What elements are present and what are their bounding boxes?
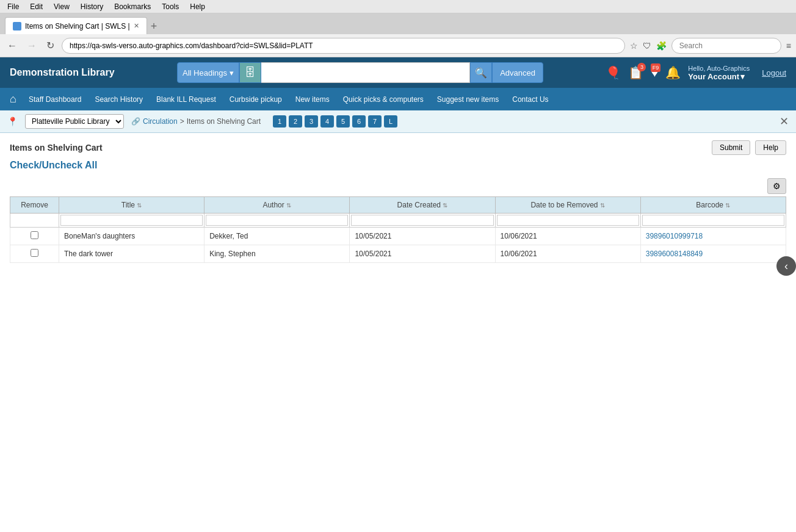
page-numbers: 1 2 3 4 5 6 7 L (273, 115, 397, 128)
page-header: Items on Shelving Cart Submit Help (10, 140, 786, 155)
user-section: Hello, Auto-Graphics Your Account ▾ Logo… (688, 65, 786, 81)
nav-suggest-new-items[interactable]: Suggest new items (431, 90, 505, 109)
date-remove-cell-0: 10/06/2021 (495, 228, 640, 245)
page-7[interactable]: 7 (368, 115, 382, 128)
db-icon[interactable]: 🗄 (239, 62, 261, 83)
date-remove-sort-icon[interactable]: ⇅ (600, 202, 605, 209)
main-content: Items on Shelving Cart Submit Help Check… (0, 133, 796, 270)
user-info: Hello, Auto-Graphics Your Account ▾ (688, 65, 750, 81)
extensions-icon[interactable]: 🧩 (656, 41, 667, 51)
date-created-sort-icon[interactable]: ⇅ (443, 202, 447, 209)
help-button[interactable]: Help (755, 140, 786, 155)
browser-menu-bar: File Edit View History Bookmarks Tools H… (0, 0, 796, 13)
title-cell-0: BoneMan's daughters (59, 228, 204, 245)
check-uncheck-link[interactable]: Check/Uncheck All (10, 160, 97, 171)
page-5[interactable]: 5 (336, 115, 350, 128)
date-created-cell-0: 10/05/2021 (350, 228, 495, 245)
heart-icon-button[interactable]: ♥ F9 (651, 66, 658, 80)
search-bar: All Headings ▾ 🗄 🔍 Advanced (177, 62, 543, 83)
settings-row: ⚙ (10, 178, 786, 194)
search-dropdown-label: All Headings (183, 68, 227, 77)
breadcrumb-current: Items on Shelving Cart (187, 117, 261, 126)
nav-home-button[interactable]: ⌂ (5, 88, 21, 110)
back-button[interactable]: ← (5, 39, 20, 52)
breadcrumb-circulation[interactable]: Circulation (143, 117, 178, 126)
action-buttons: Submit Help (712, 140, 786, 155)
tab-close-icon[interactable]: ✕ (134, 22, 139, 30)
page-6[interactable]: 6 (352, 115, 366, 128)
page-1[interactable]: 1 (273, 115, 286, 128)
nav-blank-ill-request[interactable]: Blank ILL Request (150, 90, 222, 109)
nav-curbside-pickup[interactable]: Curbside pickup (223, 90, 288, 109)
filter-date-remove-input[interactable] (497, 215, 639, 226)
page-4[interactable]: 4 (320, 115, 334, 128)
catalog-icon-button[interactable]: 📋 3 (628, 65, 643, 80)
page-3[interactable]: 3 (305, 115, 318, 128)
date-created-cell-1: 10/05/2021 (350, 245, 495, 263)
data-table: Remove Title ⇅ Author ⇅ Date Created ⇅ D… (10, 196, 786, 263)
filter-remove (10, 214, 59, 228)
search-dropdown[interactable]: All Headings ▾ (177, 62, 239, 83)
search-input[interactable] (261, 62, 470, 83)
author-cell-1: King, Stephen (204, 245, 350, 263)
new-tab-button[interactable]: + (147, 19, 161, 34)
library-select[interactable]: Platteville Public Library (25, 114, 124, 129)
balloon-icon-button[interactable]: 🎈 (606, 65, 621, 80)
filter-author-input[interactable] (206, 215, 348, 226)
menu-file[interactable]: File (2, 1, 24, 12)
menu-history[interactable]: History (76, 1, 108, 12)
page-L[interactable]: L (384, 115, 397, 128)
bookmark-icon[interactable]: ☆ (630, 41, 638, 51)
user-greeting: Hello, Auto-Graphics (688, 65, 750, 72)
logout-button[interactable]: Logout (762, 68, 786, 77)
filter-date-created-input[interactable] (351, 215, 493, 226)
menu-edit[interactable]: Edit (25, 1, 48, 12)
col-title: Title ⇅ (59, 197, 204, 214)
refresh-button[interactable]: ↻ (44, 38, 57, 52)
col-date-remove: Date to be Removed ⇅ (495, 197, 640, 214)
table-filter-row (10, 214, 786, 228)
date-remove-cell-1: 10/06/2021 (495, 245, 640, 263)
remove-checkbox-0[interactable] (31, 231, 38, 239)
barcode-sort-icon[interactable]: ⇅ (725, 202, 730, 209)
nav-staff-dashboard[interactable]: Staff Dashboard (23, 90, 88, 109)
app-title: Demonstration Library (10, 67, 115, 78)
filter-barcode (640, 214, 786, 228)
author-cell-0: Dekker, Ted (204, 228, 350, 245)
barcode-link-1[interactable]: 39896008148849 (646, 250, 703, 258)
nav-new-items[interactable]: New items (289, 90, 336, 109)
menu-icon[interactable]: ≡ (786, 41, 791, 51)
user-account[interactable]: Your Account ▾ (688, 72, 750, 81)
col-barcode: Barcode ⇅ (640, 197, 786, 214)
bell-icon-button[interactable]: 🔔 (665, 65, 681, 80)
nav-search-history[interactable]: Search History (89, 90, 149, 109)
filter-title-input[interactable] (60, 215, 203, 226)
barcode-link-0[interactable]: 39896010999718 (646, 232, 703, 240)
settings-button[interactable]: ⚙ (767, 178, 786, 194)
browser-search-input[interactable] (671, 38, 781, 54)
page-2[interactable]: 2 (289, 115, 302, 128)
forward-button[interactable]: → (24, 39, 39, 52)
browser-tab[interactable]: Items on Shelving Cart | SWLS | ✕ (5, 17, 147, 34)
search-button[interactable]: 🔍 (470, 62, 492, 83)
col-remove: Remove (10, 197, 59, 214)
tab-favicon (13, 22, 21, 31)
address-input[interactable] (62, 38, 625, 54)
menu-tools[interactable]: Tools (157, 1, 184, 12)
advanced-search-button[interactable]: Advanced (492, 62, 543, 83)
menu-help[interactable]: Help (185, 1, 210, 12)
location-bar: 📍 Platteville Public Library 🔗 Circulati… (0, 110, 796, 133)
menu-view[interactable]: View (49, 1, 74, 12)
filter-barcode-input[interactable] (642, 215, 784, 226)
heart-badge: F9 (651, 63, 661, 72)
col-author: Author ⇅ (204, 197, 350, 214)
menu-bookmarks[interactable]: Bookmarks (109, 1, 156, 12)
close-button[interactable]: ✕ (780, 115, 789, 128)
remove-checkbox-1[interactable] (31, 249, 38, 257)
title-sort-icon[interactable]: ⇅ (137, 202, 142, 209)
table-body: BoneMan's daughters Dekker, Ted 10/05/20… (10, 228, 786, 263)
submit-button[interactable]: Submit (712, 140, 750, 155)
nav-contact-us[interactable]: Contact Us (506, 90, 554, 109)
author-sort-icon[interactable]: ⇅ (286, 202, 291, 209)
nav-quick-picks[interactable]: Quick picks & computers (337, 90, 430, 109)
